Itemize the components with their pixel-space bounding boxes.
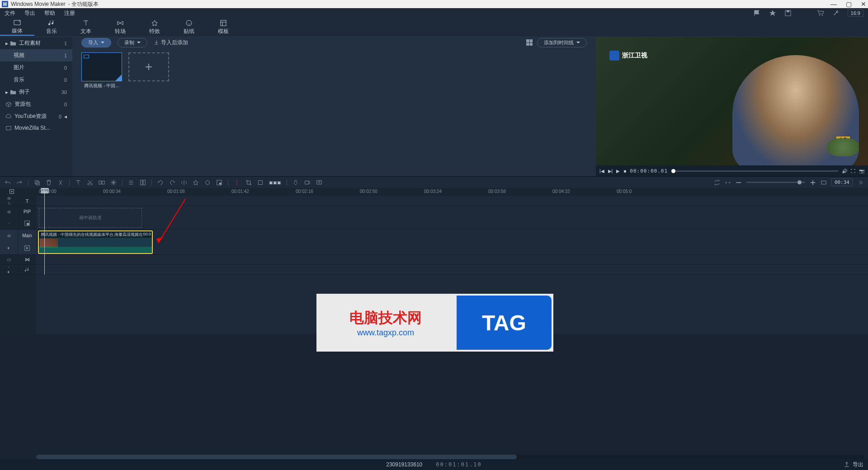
sidebar-audio[interactable]: 音乐 0 [0,74,72,86]
fit-icon[interactable] [725,179,731,186]
add-to-timeline-button[interactable]: 添加到时间线 [537,38,587,47]
link-icon[interactable] [7,201,11,206]
speaker-icon[interactable] [7,246,11,250]
flag-icon[interactable] [754,9,761,17]
record-button[interactable]: 录制 [118,38,147,47]
rotate-left-icon[interactable] [157,179,164,186]
pip-track[interactable]: 画中画轨道 [36,206,868,230]
freeze-icon[interactable] [110,179,117,186]
fit-width-icon[interactable] [821,179,827,186]
zoom-slider[interactable] [746,182,805,183]
export-button[interactable]: 导出 [844,461,863,469]
link-icon[interactable] [7,221,11,226]
tab-music[interactable]: 音乐 [34,19,69,35]
loop-icon[interactable] [714,179,720,186]
menu-help[interactable]: 帮助 [44,9,55,17]
tab-text[interactable]: 文本 [69,19,103,35]
sidebar-youtube[interactable]: YouTube资源 0 ◂ [0,110,72,122]
zoom-handle[interactable] [797,180,802,184]
scrollbar-thumb[interactable] [36,455,517,459]
pip-dropzone[interactable]: 画中画轨道 [39,208,142,228]
text-track[interactable] [36,196,868,206]
track-header-transition[interactable]: ⋈ [0,255,36,265]
main-track[interactable]: 腾讯视频 - 中国领先的在线视频媒体平台,海量高清视频在 00:0 ▫ [36,230,868,255]
zoom-in-icon[interactable] [810,179,816,186]
flip-icon[interactable] [181,179,187,186]
eye-icon[interactable] [7,196,11,201]
split-icon[interactable] [57,179,64,186]
list-icon[interactable] [128,179,134,186]
mic-icon[interactable] [292,179,299,186]
maximize-button[interactable]: ▢ [846,0,852,8]
snapshot-icon[interactable]: 📷 [859,169,864,174]
cart-icon[interactable] [817,9,824,17]
eye-icon[interactable] [7,234,11,238]
sidebar-project-materials[interactable]: ▸ 工程素材 1 [0,37,72,49]
columns-icon[interactable] [140,179,146,186]
zoom-out-icon[interactable] [736,179,742,186]
undo-icon[interactable] [5,179,11,186]
sidebar-video[interactable]: 视频 1 [0,49,72,61]
stop-button[interactable]: ■ [623,169,626,174]
redo-icon[interactable] [16,179,23,186]
timeline-ruler[interactable]: 0:00 00:00:00 00:00:34 00:01:08 00:01:42… [0,188,868,196]
audio-track[interactable] [36,265,868,275]
sidebar-image[interactable]: 图片 0 [0,61,72,74]
track-add-icon[interactable] [9,189,14,194]
speaker-icon[interactable] [7,270,11,274]
import-then-add[interactable]: 导入后添加 [154,39,188,47]
cut-icon[interactable] [87,179,93,186]
speed-icon[interactable]: ▣▣▣ [269,180,281,185]
track-header-main[interactable]: Main [0,230,36,255]
crop-icon[interactable] [245,179,252,186]
delete-icon[interactable] [46,179,52,186]
eye-icon[interactable] [7,258,11,262]
tab-sticker[interactable]: 贴纸 [172,19,206,35]
save-icon[interactable] [784,9,792,17]
transition-track[interactable] [36,255,868,265]
fullscreen-icon[interactable]: ⛶ [851,169,855,174]
tab-template[interactable]: 模板 [206,19,241,35]
sidebar-resource-pack[interactable]: 资源包 0 [0,98,72,110]
menu-file[interactable]: 文件 [5,9,15,17]
track-header-pip[interactable]: PIP [0,206,36,230]
wrench-icon[interactable] [832,9,840,17]
transition-tool-icon[interactable] [99,179,105,186]
screen-record-icon[interactable] [316,179,322,186]
next-frame-button[interactable]: ▶| [608,169,613,174]
frame-icon[interactable] [257,179,264,186]
timeline-clip[interactable]: 腾讯视频 - 中国领先的在线视频媒体平台,海量高清视频在 00:0 ▫ [38,230,153,254]
play-button[interactable]: ▶ [616,169,620,174]
menu-register[interactable]: 注册 [64,9,75,17]
seek-handle[interactable] [671,169,675,173]
prev-frame-button[interactable]: |◀ [599,169,604,174]
pip-icon[interactable] [216,179,222,186]
preview-viewport[interactable]: 浙江卫视 金典 [596,37,868,165]
track-header-audio[interactable] [0,265,36,275]
rotate-right-icon[interactable] [169,179,175,186]
star-icon[interactable] [769,9,776,17]
copy-icon[interactable] [34,179,40,186]
seek-bar[interactable] [671,170,838,172]
mask-icon[interactable] [204,179,211,186]
sidebar-moviezilla[interactable]: MovieZilla St... [0,122,72,133]
tab-transition[interactable]: 转场 [103,19,137,35]
menu-export[interactable]: 导出 [24,9,35,17]
tab-effect[interactable]: 特效 [137,19,172,35]
timeline-scrollbar[interactable] [36,455,864,459]
marker-icon[interactable] [234,179,240,186]
tab-media[interactable]: 媒体 [0,19,34,36]
media-clip-thumbnail[interactable]: 腾讯视频 - 中国... [81,52,122,81]
minimize-button[interactable]: — [830,0,837,8]
spinner-icon[interactable] [857,179,863,186]
volume-icon[interactable]: 🔊 [842,169,847,174]
link-icon[interactable] [7,265,11,269]
sidebar-examples[interactable]: ▸ 例子 30 [0,86,72,98]
text-tool-icon[interactable] [75,179,81,186]
star-tool-icon[interactable] [193,179,199,186]
camera-icon[interactable] [304,179,311,186]
close-button[interactable]: ✕ [861,0,866,8]
track-header-text[interactable]: T [0,196,36,206]
aspect-ratio[interactable]: 16:9 [848,9,863,17]
grid-view-icon[interactable] [526,39,533,46]
